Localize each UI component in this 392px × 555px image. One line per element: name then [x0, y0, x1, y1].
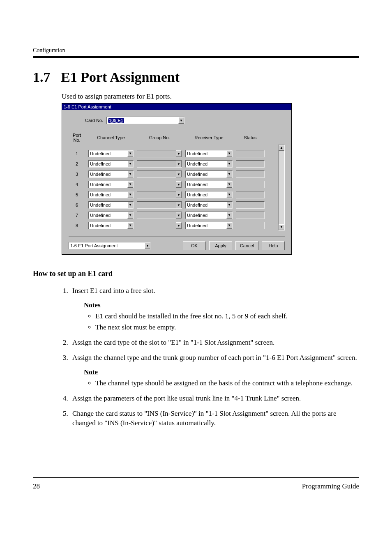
- table-row: 3 Undefined▼ ▼ Undefined▼: [69, 169, 277, 179]
- chevron-down-icon[interactable]: ▼: [176, 191, 182, 198]
- scroll-up-icon[interactable]: ▲: [279, 145, 284, 151]
- page-number: 28: [33, 482, 40, 491]
- port-no: 2: [69, 161, 85, 166]
- status-field: [236, 212, 265, 219]
- scroll-track[interactable]: [279, 151, 284, 224]
- table-row: 2 Undefined▼ ▼ Undefined▼: [69, 159, 277, 169]
- chevron-down-icon[interactable]: ▼: [226, 150, 232, 157]
- receiver-type-select[interactable]: Undefined▼: [185, 212, 233, 219]
- chevron-down-icon[interactable]: ▼: [127, 222, 133, 229]
- vertical-scrollbar[interactable]: ▲ ▼: [278, 145, 285, 230]
- ok-button[interactable]: OK: [183, 241, 206, 250]
- howto-heading: How to set up an E1 card: [33, 269, 359, 278]
- chevron-down-icon[interactable]: ▼: [127, 150, 133, 157]
- chevron-down-icon[interactable]: ▼: [176, 150, 182, 157]
- port-no: 8: [69, 223, 85, 228]
- status-field: [236, 201, 265, 209]
- chevron-down-icon[interactable]: ▼: [127, 161, 133, 167]
- chevron-down-icon[interactable]: ▼: [145, 242, 150, 249]
- cancel-button[interactable]: Cancel: [235, 241, 258, 250]
- chevron-down-icon[interactable]: ▼: [127, 181, 133, 188]
- port-no: 5: [69, 192, 85, 197]
- group-no-select[interactable]: ▼: [137, 160, 182, 168]
- channel-type-select[interactable]: Undefined▼: [88, 191, 134, 198]
- page-footer: 28 Programming Guide: [33, 477, 359, 491]
- receiver-type-select[interactable]: Undefined▼: [185, 150, 233, 157]
- status-field: [236, 160, 265, 168]
- chevron-down-icon[interactable]: ▼: [176, 161, 182, 167]
- table-header-row: PortNo. Channel Type Group No. Receiver …: [69, 131, 277, 148]
- chevron-down-icon[interactable]: ▼: [176, 222, 182, 229]
- card-no-select[interactable]: 109:E1 ▼: [106, 117, 184, 124]
- group-no-select[interactable]: ▼: [137, 201, 182, 209]
- chevron-down-icon[interactable]: ▼: [226, 161, 232, 167]
- divider: [69, 236, 285, 237]
- chevron-down-icon[interactable]: ▼: [226, 212, 232, 219]
- port-no: 6: [69, 203, 85, 207]
- channel-type-select[interactable]: Undefined▼: [88, 181, 134, 188]
- notes-heading: Notes: [84, 301, 359, 310]
- port-no: 7: [69, 213, 85, 218]
- page-title: 1.7 E1 Port Assignment: [33, 69, 359, 85]
- port-no: 1: [69, 151, 85, 156]
- screen-nav-select[interactable]: 1-6 E1 Port Assignment ▼: [69, 242, 151, 249]
- channel-type-select[interactable]: Undefined▼: [88, 150, 134, 157]
- chevron-down-icon[interactable]: ▼: [127, 202, 133, 208]
- chevron-down-icon[interactable]: ▼: [127, 212, 133, 219]
- group-no-select[interactable]: ▼: [137, 181, 182, 188]
- table-row: 7 Undefined▼ ▼ Undefined▼: [69, 210, 277, 220]
- group-no-select[interactable]: ▼: [137, 222, 182, 229]
- chevron-down-icon[interactable]: ▼: [226, 171, 232, 177]
- hdr-receiver: Receiver Type: [185, 135, 233, 140]
- table-row: 8 Undefined▼ ▼ Undefined▼: [69, 220, 277, 230]
- apply-button[interactable]: Apply: [209, 241, 232, 250]
- howto-steps: Insert E1 card into a free slot. Notes E…: [70, 286, 359, 428]
- chevron-down-icon[interactable]: ▼: [176, 202, 182, 208]
- hdr-status: Status: [236, 135, 265, 140]
- chevron-down-icon[interactable]: ▼: [178, 117, 184, 124]
- list-item: The channel type should be assigned on t…: [95, 379, 359, 388]
- guide-name: Programming Guide: [302, 482, 359, 491]
- list-item: Insert E1 card into a free slot. Notes E…: [70, 286, 359, 332]
- chevron-down-icon[interactable]: ▼: [127, 171, 133, 177]
- receiver-type-select[interactable]: Undefined▼: [185, 222, 233, 229]
- chevron-down-icon[interactable]: ▼: [226, 191, 232, 198]
- status-field: [236, 181, 265, 188]
- table-row: 4 Undefined▼ ▼ Undefined▼: [69, 179, 277, 189]
- receiver-type-select[interactable]: Undefined▼: [185, 181, 233, 188]
- receiver-type-select[interactable]: Undefined▼: [185, 160, 233, 168]
- channel-type-select[interactable]: Undefined▼: [88, 222, 134, 229]
- list-item: E1 card should be installed in the free …: [95, 312, 359, 321]
- group-no-select[interactable]: ▼: [137, 150, 182, 157]
- chevron-down-icon[interactable]: ▼: [176, 212, 182, 219]
- receiver-type-select[interactable]: Undefined▼: [185, 201, 233, 209]
- chevron-down-icon[interactable]: ▼: [127, 191, 133, 198]
- receiver-type-select[interactable]: Undefined▼: [185, 170, 233, 178]
- status-field: [236, 150, 265, 157]
- group-no-select[interactable]: ▼: [137, 170, 182, 178]
- channel-type-select[interactable]: Undefined▼: [88, 170, 134, 178]
- chevron-down-icon[interactable]: ▼: [226, 222, 232, 229]
- chevron-down-icon[interactable]: ▼: [226, 181, 232, 188]
- group-no-select[interactable]: ▼: [137, 212, 182, 219]
- table-row: 5 Undefined▼ ▼ Undefined▼: [69, 189, 277, 200]
- notes-heading: Note: [84, 368, 359, 377]
- hdr-group: Group No.: [137, 135, 182, 140]
- chevron-down-icon[interactable]: ▼: [176, 181, 182, 188]
- scroll-down-icon[interactable]: ▼: [279, 224, 284, 230]
- chevron-down-icon[interactable]: ▼: [226, 202, 232, 208]
- channel-type-select[interactable]: Undefined▼: [88, 160, 134, 168]
- port-assignment-window: 1-6 E1 Port Assignment Card No. 109:E1 ▼…: [62, 103, 292, 255]
- channel-type-select[interactable]: Undefined▼: [88, 212, 134, 219]
- hdr-channel: Channel Type: [88, 135, 134, 140]
- status-field: [236, 191, 265, 198]
- list-item: The next slot must be empty.: [95, 323, 359, 332]
- help-button[interactable]: Help: [262, 241, 285, 250]
- list-item: Assign the channel type and the trunk gr…: [70, 353, 359, 388]
- receiver-type-select[interactable]: Undefined▼: [185, 191, 233, 198]
- chevron-down-icon[interactable]: ▼: [176, 171, 182, 177]
- heading-number: 1.7: [33, 69, 51, 85]
- channel-type-select[interactable]: Undefined▼: [88, 201, 134, 209]
- port-no: 3: [69, 172, 85, 177]
- group-no-select[interactable]: ▼: [137, 191, 182, 198]
